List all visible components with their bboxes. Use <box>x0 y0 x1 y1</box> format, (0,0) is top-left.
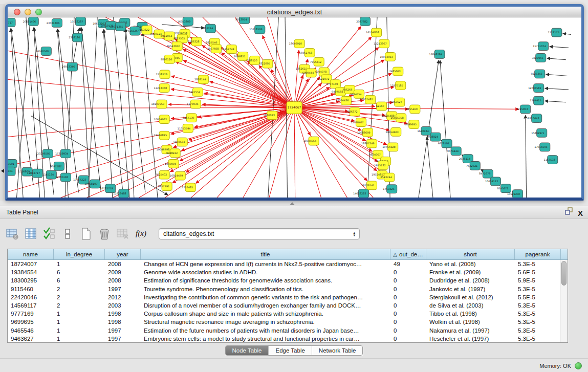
table-cell[interactable]: 1998 <box>105 311 141 317</box>
table-cell[interactable]: 2012 <box>105 294 141 300</box>
table-cell[interactable]: Jankovic et al. (1997) <box>426 286 515 292</box>
new-document-button[interactable] <box>78 226 94 241</box>
table-cell[interactable]: 9115460 <box>8 286 54 292</box>
table-cell[interactable]: 0 <box>390 302 426 309</box>
table-cell[interactable]: 1 <box>54 336 105 342</box>
table-cell[interactable]: Estimation of the future numbers of pati… <box>141 327 390 334</box>
close-window-icon[interactable] <box>14 9 20 15</box>
float-panel-icon[interactable] <box>564 207 573 220</box>
table-cell[interactable]: 5.3E-5 <box>515 286 561 292</box>
column-header-year[interactable]: year <box>105 249 141 259</box>
table-cell[interactable]: 5.3E-5 <box>515 261 561 267</box>
table-cell[interactable]: 5.6E-5 <box>515 269 561 275</box>
table-cell[interactable]: Genome-wide association studies in ADHD. <box>141 269 390 275</box>
panel-splitter-handle[interactable] <box>290 202 295 205</box>
table-cell[interactable]: Embryonic stem cells: a model to study s… <box>141 336 390 342</box>
table-cell[interactable]: 2 <box>54 294 105 300</box>
table-row[interactable]: 1872400712008Changes of HCN gene express… <box>8 260 568 268</box>
table-cell[interactable]: 9463627 <box>8 336 54 342</box>
table-cell[interactable]: 49 <box>390 261 426 267</box>
table-cell[interactable]: 0 <box>390 336 426 342</box>
table-cell[interactable]: 1997 <box>105 286 141 292</box>
table-cell[interactable]: 19384554 <box>8 269 54 275</box>
table-cell[interactable]: 5.5E-5 <box>515 294 561 300</box>
table-cell[interactable]: 0 <box>390 294 426 300</box>
table-cell[interactable]: 2 <box>54 286 105 292</box>
table-cell[interactable]: Estimation of significance thresholds fo… <box>141 277 390 283</box>
table-cell[interactable]: Dudbridge et al. (2008) <box>426 277 515 283</box>
table-cell[interactable]: 1 <box>54 319 105 325</box>
table-cell[interactable]: 2 <box>54 302 105 309</box>
table-cell[interactable]: Investigating the contribution of common… <box>141 294 390 300</box>
table-select-dropdown[interactable]: citations_edges.txt▴▾ <box>159 228 360 239</box>
table-cell[interactable]: de Silva et al. (2003) <box>426 302 515 309</box>
table-cell[interactable]: 0 <box>390 277 426 283</box>
column-header-in_degree[interactable]: in_degree <box>54 249 105 259</box>
column-header-name[interactable]: name <box>8 249 54 259</box>
table-cell[interactable]: 2008 <box>105 277 141 283</box>
table-cell[interactable]: 0 <box>390 327 426 334</box>
close-panel-icon[interactable]: X <box>578 209 583 217</box>
table-cell[interactable]: 5.3E-5 <box>515 336 561 342</box>
table-cell[interactable]: 6 <box>54 277 105 283</box>
table-cell[interactable]: 0 <box>390 269 426 275</box>
table-cell[interactable]: 5.9E-5 <box>515 277 561 283</box>
table-cell[interactable]: Corpus callosum shape and size in male p… <box>141 311 390 317</box>
table-cell[interactable]: 5.3E-5 <box>515 311 561 317</box>
table-cell[interactable]: 18724007 <box>8 261 54 267</box>
table-cell[interactable]: 18300295 <box>8 277 54 283</box>
table-cell[interactable]: 2008 <box>105 261 141 267</box>
table-cell[interactable]: 1997 <box>105 327 141 334</box>
delete-table-button[interactable] <box>115 226 130 241</box>
table-cell[interactable]: 1998 <box>105 319 141 325</box>
trash-button[interactable] <box>96 226 112 241</box>
column-header-out_de[interactable]: △out_de… <box>390 249 426 259</box>
table-row[interactable]: 977716911998Corpus callosum shape and si… <box>8 310 568 318</box>
table-vertical-scrollbar[interactable] <box>560 260 568 342</box>
table-cell[interactable]: Franke et al. (2009) <box>426 269 515 275</box>
table-cell[interactable]: Structural magnetic resonance image aver… <box>141 319 390 325</box>
network-canvas[interactable]: 1724067205571720691406230318061055328710… <box>8 17 581 198</box>
table-cell[interactable]: Stergiakouli et al. (2012) <box>426 294 515 300</box>
table-row[interactable]: 2242004622012Investigating the contribut… <box>8 293 568 301</box>
table-cell[interactable]: Nakamura et al. (1997) <box>426 327 515 334</box>
table-cell[interactable]: 2003 <box>105 302 141 309</box>
table-cell[interactable]: 5.3E-5 <box>515 319 561 325</box>
table-row[interactable]: 1456911722003Disruption of a novel membe… <box>8 301 568 310</box>
table-cell[interactable]: 0 <box>390 286 426 292</box>
table-row[interactable]: 946554611997Estimation of the future num… <box>8 326 568 335</box>
column-header-pagerank[interactable]: pagerank <box>515 249 561 259</box>
table-cell[interactable]: 0 <box>390 319 426 325</box>
table-cell[interactable]: Wolkin et al. (1998) <box>426 319 515 325</box>
table-cell[interactable]: 1 <box>54 311 105 317</box>
collapse-left-icon[interactable] <box>1 169 4 173</box>
import-table-button[interactable] <box>23 226 38 241</box>
table-cell[interactable]: 9699695 <box>8 319 54 325</box>
tab-node-table[interactable]: Node Table <box>226 346 269 355</box>
table-cell[interactable]: Tourette syndrome. Phenomenology and cla… <box>141 286 390 292</box>
column-button[interactable] <box>59 226 75 241</box>
table-settings-button[interactable] <box>4 226 20 241</box>
table-cell[interactable]: 6 <box>54 269 105 275</box>
table-cell[interactable]: Disruption of a novel member of a sodium… <box>141 302 390 309</box>
table-cell[interactable]: 22420046 <box>8 294 54 300</box>
function-button[interactable]: f(x) <box>133 226 149 241</box>
table-cell[interactable]: 9465546 <box>8 327 54 334</box>
select-rows-button[interactable] <box>41 226 57 241</box>
table-row[interactable]: 1938455462009Genome-wide association stu… <box>8 268 568 276</box>
table-cell[interactable]: 5.3E-5 <box>515 327 561 334</box>
table-cell[interactable]: 1997 <box>105 336 141 342</box>
table-row[interactable]: 969969511998Structural magnetic resonanc… <box>8 318 568 326</box>
tab-network-table[interactable]: Network Table <box>312 346 363 355</box>
zoom-window-icon[interactable] <box>35 9 42 15</box>
table-cell[interactable]: Yano et al. (2008) <box>426 261 515 267</box>
table-cell[interactable]: 14569117 <box>8 302 54 309</box>
table-cell[interactable]: Changes of HCN gene expression and I(f) … <box>141 261 390 267</box>
table-cell[interactable]: 9777169 <box>8 311 54 317</box>
table-row[interactable]: 946362711997Embryonic stem cells: a mode… <box>8 335 568 343</box>
table-row[interactable]: 1830029562008Estimation of significance … <box>8 276 568 285</box>
tab-edge-table[interactable]: Edge Table <box>269 346 312 355</box>
table-cell[interactable]: 0 <box>390 311 426 317</box>
table-cell[interactable]: 1 <box>54 261 105 267</box>
table-cell[interactable]: Hescheler et al. (1997) <box>426 336 515 342</box>
